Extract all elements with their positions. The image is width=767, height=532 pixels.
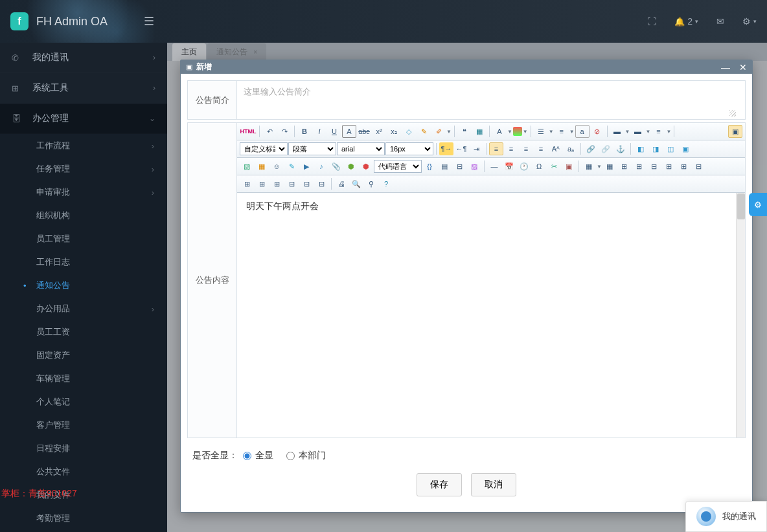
redo-icon[interactable]: ↷ xyxy=(277,125,292,138)
intro-textarea[interactable] xyxy=(237,81,745,117)
radio-dept[interactable]: 本部门 xyxy=(286,450,326,461)
table-dropdown[interactable]: ▦▼ xyxy=(582,160,602,173)
attach-icon[interactable]: 📎 xyxy=(329,160,343,173)
editor-content-area[interactable]: 明天下午两点开会 xyxy=(237,193,745,438)
fontcolor-dropdown[interactable]: A▼ xyxy=(492,125,512,138)
indent-icon[interactable]: ⇥ xyxy=(469,142,483,155)
radio-all[interactable]: 全显 xyxy=(243,450,273,461)
fullscreen-editor-icon[interactable]: ▣ xyxy=(728,125,742,138)
imgnone-icon[interactable]: ▣ xyxy=(678,142,693,155)
font-select[interactable]: arial xyxy=(337,142,385,155)
superscript-icon[interactable]: x² xyxy=(372,125,386,138)
preview-icon[interactable]: 🔍 xyxy=(349,177,363,190)
template-icon[interactable]: ▤ xyxy=(437,160,452,173)
quote-icon[interactable]: ❝ xyxy=(457,125,472,138)
paragraph-select[interactable]: 段落 xyxy=(288,142,336,155)
searchreplace-icon[interactable]: ⚲ xyxy=(364,177,378,190)
eraser-icon[interactable]: ◇ xyxy=(402,125,416,138)
modal-titlebar[interactable]: ▣ 新增 — ✕ xyxy=(181,60,752,74)
scrawl-icon[interactable]: ✎ xyxy=(284,160,299,173)
gmap-icon[interactable]: ⬢ xyxy=(359,160,373,173)
map-icon[interactable]: ⬢ xyxy=(344,160,358,173)
snapscreen-icon[interactable]: ✂ xyxy=(547,160,561,173)
resize-grip-icon[interactable] xyxy=(729,110,736,116)
insrowup-icon[interactable]: ⊞ xyxy=(617,160,632,173)
fullscreen-icon[interactable] xyxy=(647,16,656,27)
bgcolor-dropdown[interactable]: ▼ xyxy=(513,127,528,136)
editor-scrollbar[interactable] xyxy=(736,193,745,438)
ul-dropdown[interactable]: ≡▼ xyxy=(555,125,575,138)
font-icon[interactable]: A xyxy=(342,125,356,138)
brush-icon[interactable]: ✎ xyxy=(417,125,431,138)
ol-dropdown[interactable]: ☰▼ xyxy=(534,125,554,138)
dir-rtl-icon[interactable]: ←¶ xyxy=(454,142,468,155)
splitcells-icon[interactable]: ⊟ xyxy=(284,177,299,190)
dir-ltr-icon[interactable]: ¶→ xyxy=(439,142,453,155)
imgcenter-icon[interactable]: ◫ xyxy=(663,142,678,155)
anchor-icon[interactable]: ⚓ xyxy=(613,142,628,155)
html-icon[interactable]: HTML xyxy=(240,125,257,138)
unlink-icon[interactable]: 🔗 xyxy=(599,142,613,155)
minimize-icon[interactable]: — xyxy=(721,62,730,72)
sidebar-item-contacts[interactable]: 我的通讯 › xyxy=(0,43,167,73)
imgleft-icon[interactable]: ◧ xyxy=(634,142,648,155)
settings-side-tab[interactable] xyxy=(749,193,767,216)
help-icon[interactable]: ? xyxy=(379,177,393,190)
mergecells-icon[interactable]: ⊞ xyxy=(240,177,254,190)
video-icon[interactable]: ▶ xyxy=(299,160,314,173)
sidebar-sub-workflow[interactable]: 工作流程 xyxy=(0,134,167,157)
italic-icon[interactable]: I xyxy=(312,125,326,138)
wordimage-icon[interactable]: ▣ xyxy=(562,160,576,173)
strike-icon[interactable]: abc xyxy=(357,125,371,138)
bold-icon[interactable]: B xyxy=(297,125,312,138)
date-icon[interactable]: 📅 xyxy=(502,160,516,173)
heading-select[interactable]: 自定义标题 xyxy=(240,142,288,155)
image-multi-icon[interactable]: ▦ xyxy=(255,160,269,173)
emoji-icon[interactable]: ☺ xyxy=(269,160,284,173)
codebrace-icon[interactable]: {} xyxy=(422,160,437,173)
align-justify-icon[interactable]: ≡ xyxy=(534,142,548,155)
sidebar-sub-attendance[interactable]: 考勤管理 xyxy=(0,507,167,530)
sidebar-item-systools[interactable]: 系统工具 › xyxy=(0,73,167,104)
sidebar-sub-org[interactable]: 组织机构 xyxy=(0,204,167,227)
splitcols-icon[interactable]: ⊟ xyxy=(314,177,328,190)
sidebar-sub-vehicle[interactable]: 车辆管理 xyxy=(0,367,167,390)
radio-all-input[interactable] xyxy=(243,452,251,460)
sidebar-sub-publicfiles[interactable]: 公共文件 xyxy=(0,460,167,483)
inscolleft-icon[interactable]: ⊞ xyxy=(662,160,676,173)
tolowercase-icon[interactable]: aₐ xyxy=(564,142,578,155)
scrollbar-thumb[interactable] xyxy=(737,194,745,219)
chat-widget[interactable]: 我的通讯 xyxy=(685,501,767,532)
background-icon[interactable]: ▨ xyxy=(467,160,481,173)
codelang-select[interactable]: 代码语言 xyxy=(374,160,422,173)
underline-icon[interactable]: U xyxy=(327,125,341,138)
hr-icon[interactable]: — xyxy=(487,160,501,173)
sidebar-sub-staff[interactable]: 员工管理 xyxy=(0,227,167,250)
fontsize-select[interactable]: 16px xyxy=(385,142,433,155)
align-left-icon[interactable]: ≡ xyxy=(489,142,503,155)
subscript-icon[interactable]: x₂ xyxy=(387,125,401,138)
sidebar-sub-notes[interactable]: 个人笔记 xyxy=(0,390,167,414)
pagebreak-icon[interactable]: ⊟ xyxy=(452,160,466,173)
delcol-icon[interactable]: ⊟ xyxy=(692,160,706,173)
notifications-button[interactable]: 2 ▾ xyxy=(674,16,698,27)
time-icon[interactable]: 🕐 xyxy=(517,160,531,173)
align-right-icon[interactable]: ≡ xyxy=(519,142,533,155)
lineheight-dropdown[interactable]: ≡▼ xyxy=(651,125,671,138)
clear-icon[interactable]: ⊘ xyxy=(590,125,604,138)
sidebar-sub-schedule[interactable]: 日程安排 xyxy=(0,437,167,460)
sidebar-item-office[interactable]: 办公管理 ⌄ xyxy=(0,104,167,134)
radio-dept-input[interactable] xyxy=(286,452,295,460)
mergeright-icon[interactable]: ⊞ xyxy=(255,177,269,190)
undo-icon[interactable]: ↶ xyxy=(262,125,277,138)
formatpainter-dropdown[interactable]: ✐▼ xyxy=(431,125,452,138)
settings-button[interactable]: ▾ xyxy=(742,16,757,27)
sidebar-sub-supplies[interactable]: 办公用品 xyxy=(0,297,167,320)
align-center-icon[interactable]: ≡ xyxy=(504,142,518,155)
sidebar-sub-worklog[interactable]: 工作日志 xyxy=(0,250,167,274)
sidebar-sub-notice[interactable]: 通知公告 xyxy=(0,274,167,297)
music-icon[interactable]: ♪ xyxy=(314,160,328,173)
deltable-icon[interactable]: ▦ xyxy=(602,160,617,173)
save-button[interactable]: 保存 xyxy=(417,473,462,496)
rowspacing2-dropdown[interactable]: ▬▼ xyxy=(631,125,651,138)
